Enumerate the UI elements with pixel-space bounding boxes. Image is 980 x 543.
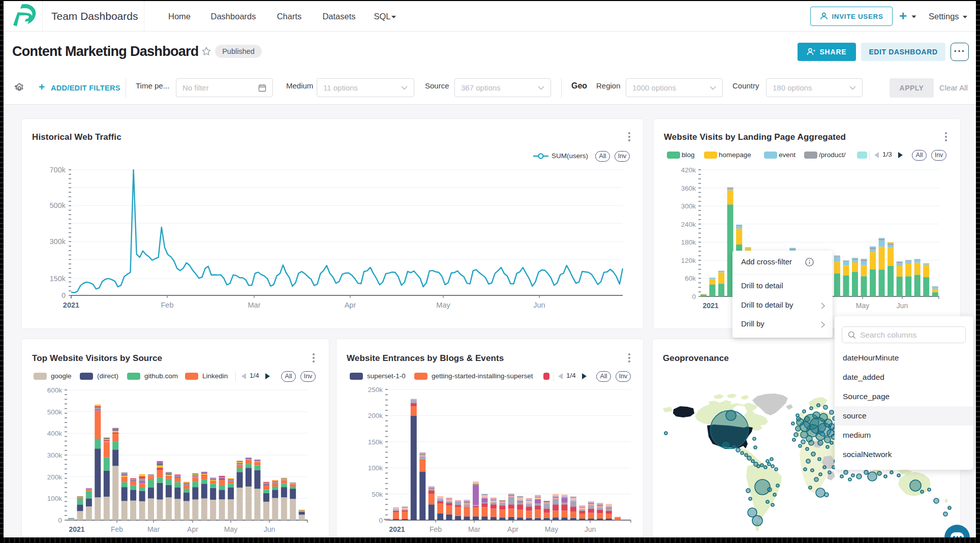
- svg-text:Apr: Apr: [507, 525, 518, 533]
- svg-text:600k: 600k: [47, 386, 63, 394]
- svg-text:50k: 50k: [372, 491, 383, 498]
- svg-text:2021: 2021: [69, 525, 84, 533]
- svg-text:200k: 200k: [47, 473, 63, 481]
- svg-text:Feb: Feb: [111, 525, 123, 533]
- svg-text:300k: 300k: [681, 202, 696, 210]
- svg-text:360k: 360k: [681, 185, 696, 192]
- svg-text:150k: 150k: [368, 438, 383, 446]
- svg-text:300k: 300k: [47, 451, 63, 459]
- svg-text:420k: 420k: [681, 166, 696, 174]
- svg-text:Apr: Apr: [345, 301, 356, 309]
- svg-text:Feb: Feb: [430, 525, 442, 533]
- svg-text:100k: 100k: [368, 464, 383, 472]
- svg-text:700k: 700k: [50, 166, 66, 174]
- svg-text:0: 0: [58, 517, 62, 524]
- svg-text:0: 0: [692, 293, 696, 300]
- svg-text:0: 0: [62, 291, 66, 299]
- svg-text:250k: 250k: [368, 386, 383, 394]
- svg-text:Mar: Mar: [248, 301, 261, 309]
- svg-text:Mar: Mar: [147, 525, 160, 533]
- svg-text:500k: 500k: [47, 408, 63, 416]
- svg-text:300k: 300k: [50, 237, 66, 246]
- svg-text:60k: 60k: [685, 275, 696, 282]
- svg-text:Jun: Jun: [585, 525, 596, 533]
- svg-text:180k: 180k: [681, 238, 696, 246]
- svg-text:May: May: [436, 301, 450, 309]
- svg-text:Jun: Jun: [897, 301, 908, 310]
- svg-text:240k: 240k: [681, 221, 696, 228]
- svg-text:200k: 200k: [368, 412, 383, 419]
- svg-text:May: May: [224, 525, 237, 533]
- svg-text:2021: 2021: [389, 525, 405, 533]
- svg-text:Feb: Feb: [161, 301, 174, 309]
- svg-text:500k: 500k: [50, 201, 66, 209]
- svg-text:120k: 120k: [681, 257, 696, 264]
- svg-text:Jun: Jun: [264, 525, 275, 533]
- svg-text:2021: 2021: [702, 301, 718, 310]
- svg-text:150k: 150k: [50, 275, 66, 283]
- svg-text:Apr: Apr: [187, 525, 198, 533]
- svg-text:Jun: Jun: [533, 301, 545, 309]
- svg-text:2021: 2021: [63, 301, 79, 309]
- svg-text:0: 0: [379, 517, 383, 524]
- svg-text:400k: 400k: [47, 430, 63, 437]
- svg-text:May: May: [545, 525, 558, 533]
- svg-text:100k: 100k: [47, 495, 63, 502]
- svg-text:Mar: Mar: [468, 525, 480, 533]
- svg-text:May: May: [856, 301, 869, 310]
